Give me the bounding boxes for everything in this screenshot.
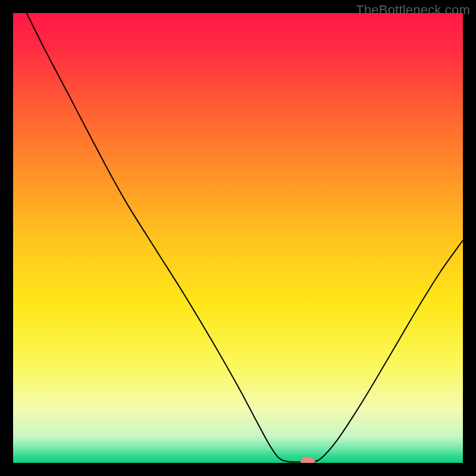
plot-area [13, 13, 463, 463]
chart-svg [13, 13, 463, 463]
chart-frame: TheBottleneck.com [0, 0, 476, 476]
gradient-rect [13, 13, 463, 463]
